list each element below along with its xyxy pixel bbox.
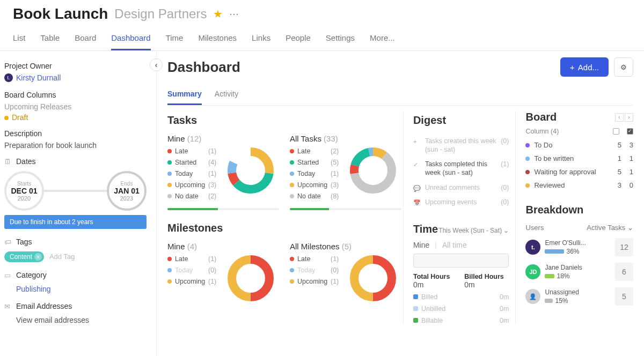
square-icon	[413, 318, 418, 323]
board-row[interactable]: Reviewed 30	[525, 179, 633, 192]
date-line	[43, 190, 108, 192]
owner-avatar: t.	[4, 73, 13, 82]
board-prev-button[interactable]: ‹	[615, 113, 624, 122]
sub-tabs: SummaryActivity	[167, 86, 633, 106]
legend-row[interactable]: No date(2)	[167, 192, 223, 200]
legend-row[interactable]: Upcoming(3)	[290, 181, 346, 189]
dot-icon	[167, 257, 172, 261]
collapse-sidebar-button[interactable]: ‹	[150, 58, 163, 71]
user-bar	[545, 274, 554, 278]
tab-list[interactable]: List	[13, 30, 25, 50]
time-input[interactable]	[413, 254, 509, 268]
time-tab-all[interactable]: All time	[442, 241, 467, 249]
user-avatar: 👤	[525, 289, 540, 304]
digest-row[interactable]: + Tasks created this week (sun - sat) (0…	[413, 134, 509, 157]
board-columns-value-1: Upcoming Releases	[4, 102, 147, 111]
dot-icon	[525, 170, 530, 174]
time-tab-mine[interactable]: Mine	[413, 241, 429, 249]
add-button[interactable]: +Add...	[560, 57, 609, 77]
more-icon[interactable]: ⋯	[229, 8, 240, 20]
board-title: Board	[525, 111, 557, 123]
user-name: Jane Daniels	[545, 264, 611, 271]
tab-dashboard[interactable]: Dashboard	[111, 30, 150, 50]
card-icon[interactable]	[613, 128, 619, 135]
legend-row[interactable]: Upcoming(1)	[290, 278, 346, 285]
tab-table[interactable]: Table	[40, 30, 60, 50]
check-icon[interactable]	[627, 128, 633, 135]
breakdown-title: Breakdown	[525, 204, 633, 216]
tag-remove-icon[interactable]: ×	[34, 253, 42, 261]
email-link[interactable]: View email addresses	[16, 316, 89, 324]
dot-icon	[290, 149, 294, 153]
legend-row[interactable]: Started(4)	[167, 159, 223, 166]
tag-icon: 🏷	[4, 238, 12, 246]
card-title: All Milestones (5)	[290, 242, 401, 251]
legend-row[interactable]: Started(5)	[290, 159, 346, 166]
settings-button[interactable]: ⚙	[614, 57, 633, 77]
legend-row[interactable]: Today(1)	[167, 170, 223, 177]
owner-label: Project Owner	[4, 62, 147, 70]
dot-icon	[290, 172, 294, 176]
end-date-circle[interactable]: Ends JAN 01 2023	[107, 171, 147, 211]
legend-row[interactable]: Today(1)	[290, 170, 346, 177]
user-row[interactable]: JD Jane Daniels 18% 6	[525, 259, 633, 284]
tab-settings[interactable]: Settings	[326, 30, 355, 50]
digest-icon: +	[413, 138, 421, 145]
legend-row[interactable]: Late(2)	[290, 147, 346, 155]
digest-row[interactable]: 📅 Upcoming events (0)	[413, 195, 509, 210]
dot-icon	[167, 183, 172, 187]
user-row[interactable]: t. Emer O'Sulli... 36% 12	[525, 235, 633, 259]
subtab-activity[interactable]: Activity	[215, 86, 238, 105]
tag-chip[interactable]: Content×	[4, 251, 44, 262]
board-row[interactable]: To be written 11	[525, 152, 633, 165]
tab-board[interactable]: Board	[75, 30, 96, 50]
dates-label: Dates	[16, 157, 36, 166]
board-row[interactable]: Waiting for approval 51	[525, 165, 633, 179]
mail-icon: ✉	[4, 302, 12, 310]
legend-row[interactable]: Upcoming(1)	[167, 278, 223, 285]
category-link[interactable]: Publishing	[16, 285, 51, 293]
time-title: Time	[413, 223, 438, 235]
legend-row[interactable]: Late(1)	[167, 255, 223, 263]
user-row[interactable]: 👤 Unassigned 15% 5	[525, 284, 633, 309]
billed-hours-value: 0m	[464, 280, 509, 289]
tab-time[interactable]: Time	[166, 30, 184, 50]
board-row[interactable]: To Do 53	[525, 138, 633, 152]
dot-icon	[290, 279, 294, 284]
board-next-button[interactable]: ›	[625, 113, 633, 122]
add-tag-button[interactable]: Add Tag	[49, 253, 75, 261]
card-title: All Tasks (33)	[290, 134, 401, 143]
subtab-summary[interactable]: Summary	[167, 86, 202, 105]
category-label: Category	[16, 271, 47, 279]
user-count: 6	[615, 263, 633, 281]
legend-row[interactable]: Late(1)	[290, 255, 346, 263]
legend-row[interactable]: Today(0)	[290, 266, 346, 274]
user-bar	[545, 249, 564, 254]
digest-row[interactable]: 💬 Unread comments (0)	[413, 181, 509, 196]
tab-more[interactable]: More...	[370, 30, 395, 50]
star-icon[interactable]: ★	[213, 8, 223, 20]
total-hours-value: 0m	[413, 280, 458, 289]
owner-name-link[interactable]: Kirsty Durnall	[16, 73, 61, 82]
square-icon	[413, 294, 418, 299]
dot-icon	[525, 183, 530, 188]
tab-people[interactable]: People	[286, 30, 311, 50]
legend-row[interactable]: No date(8)	[290, 192, 346, 200]
time-range-select[interactable]: This Week (Sun - Sat) ⌄	[438, 227, 509, 234]
legend-row[interactable]: Late(1)	[167, 147, 223, 155]
legend-row[interactable]: Today(0)	[167, 266, 223, 274]
bill-row: Billed 0m	[413, 293, 509, 301]
progress-bar	[167, 208, 279, 210]
breakdown-filter[interactable]: Active Tasks ⌄	[587, 224, 633, 232]
dot-icon	[167, 160, 172, 165]
main-tabs: ListTableBoardDashboardTimeMilestonesLin…	[0, 25, 644, 51]
donut-chart	[228, 147, 274, 194]
tab-milestones[interactable]: Milestones	[198, 30, 237, 50]
user-bar	[545, 299, 553, 303]
user-count: 12	[615, 238, 633, 256]
tab-links[interactable]: Links	[252, 30, 270, 50]
digest-row[interactable]: ✓ Tasks completed this week (sun - sat) …	[413, 157, 509, 180]
square-icon	[413, 306, 418, 311]
start-date-circle[interactable]: Starts DEC 01 2020	[4, 171, 44, 211]
legend-row[interactable]: Upcoming(3)	[167, 181, 223, 189]
